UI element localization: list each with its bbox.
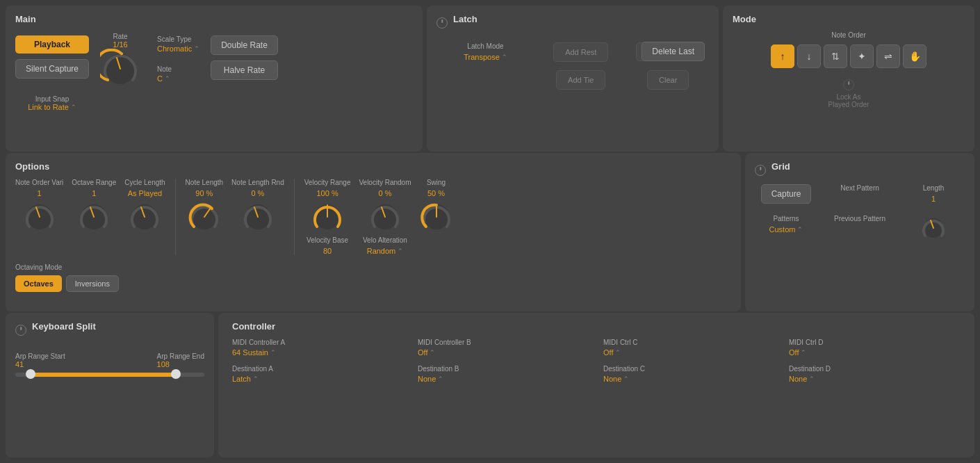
- middle-row: Options Note Order Vari 1: [6, 153, 974, 311]
- top-row: Main Playback Silent Capture Input Snap …: [6, 6, 974, 152]
- inversions-button[interactable]: Inversions: [66, 275, 119, 292]
- capture-button[interactable]: Capture: [761, 184, 812, 204]
- velocity-random-knob[interactable]: [368, 200, 402, 234]
- rate-value: 1/16: [113, 40, 127, 49]
- midi-a-value[interactable]: 64 Sustain ⌃: [232, 348, 404, 357]
- midi-a-item: MIDI Controller A 64 Sustain ⌃: [232, 339, 404, 357]
- cycle-length-group: Cycle Length As Played: [124, 179, 165, 234]
- octaves-button[interactable]: Octaves: [15, 275, 62, 292]
- keyboard-power-button[interactable]: [15, 325, 26, 336]
- note-order-hand-button[interactable]: ✋: [903, 44, 926, 68]
- keyboard-header: Keyboard Split: [15, 321, 204, 339]
- controller-title: Controller: [232, 321, 961, 332]
- note-value[interactable]: C ⌃: [157, 74, 199, 83]
- note-order-down-button[interactable]: ↓: [797, 44, 821, 68]
- delete-last-positioned: Delete Last: [642, 42, 705, 61]
- rate-knob[interactable]: [100, 49, 140, 89]
- playback-button[interactable]: Playback: [15, 35, 89, 54]
- velocity-random-group: Velocity Random 0 % Velo Alteration: [359, 179, 411, 255]
- note-order-buttons: ↑ ↓ ⇅ ✦ ⇌ ✋: [733, 44, 965, 68]
- velo-alteration-value[interactable]: Random: [367, 247, 396, 255]
- app-container: Main Playback Silent Capture Input Snap …: [0, 0, 980, 463]
- swing-knob[interactable]: [420, 200, 453, 234]
- halve-rate-button[interactable]: Halve Rate: [211, 60, 278, 80]
- velocity-range-group: Velocity Range 100 % Velocity Base 80: [304, 179, 351, 255]
- dest-a-value[interactable]: Latch ⌃: [232, 375, 404, 383]
- dest-a-item: Destination A Latch ⌃: [232, 365, 404, 383]
- dest-b-value[interactable]: None ⌃: [418, 375, 589, 383]
- dest-d-value[interactable]: None ⌃: [789, 375, 961, 383]
- slider-fill: [31, 373, 176, 377]
- cycle-length-knob[interactable]: [128, 200, 161, 234]
- input-snap-chevron-icon: ⌃: [71, 104, 76, 111]
- scale-type-value[interactable]: Chromatic ⌃: [157, 44, 199, 53]
- lock-played-power-button[interactable]: [843, 79, 854, 90]
- latch-mode-label: Latch Mode: [467, 42, 503, 50]
- note-order-random-button[interactable]: ⇌: [876, 44, 900, 68]
- midi-c-item: MIDI Ctrl C Off ⌃: [603, 339, 775, 357]
- double-rate-button[interactable]: Double Rate: [211, 35, 278, 55]
- midi-b-value[interactable]: Off ⌃: [418, 348, 589, 357]
- dest-c-label: Destination C: [603, 365, 775, 373]
- midi-d-item: MIDI Ctrl D Off ⌃: [789, 339, 961, 357]
- silent-capture-button[interactable]: Silent Capture: [15, 59, 89, 79]
- length-knob[interactable]: [920, 215, 947, 241]
- lock-played-label: Lock AsPlayed Order: [828, 93, 869, 108]
- range-slider-track[interactable]: [15, 373, 204, 377]
- midi-b-label: MIDI Controller B: [418, 339, 589, 346]
- latch-power-button[interactable]: [436, 17, 448, 29]
- lock-played-section: Lock AsPlayed Order: [733, 79, 965, 108]
- dest-c-item: Destination C None ⌃: [603, 365, 775, 383]
- add-rest-button[interactable]: Add Rest: [553, 42, 608, 62]
- note-length-rnd-knob[interactable]: [241, 200, 275, 234]
- note-order-label: Note Order: [733, 31, 965, 39]
- slider-section: Arp Range Start 41 Arp Range End 108: [15, 352, 204, 377]
- note-length-rnd-group: Note Length Rnd 0 %: [231, 179, 284, 234]
- delete-last-button[interactable]: Delete Last: [642, 42, 705, 61]
- clear-button[interactable]: Clear: [647, 70, 689, 90]
- grid-header: Grid: [755, 161, 965, 179]
- controller-grid: MIDI Controller A 64 Sustain ⌃ MIDI Cont…: [232, 339, 961, 383]
- grid-power-button[interactable]: [755, 165, 766, 176]
- mode-title: Mode: [733, 14, 965, 24]
- midi-c-value[interactable]: Off ⌃: [603, 348, 775, 357]
- velocity-random-value: 0 %: [378, 189, 391, 197]
- arp-end-value: 108: [157, 360, 204, 368]
- note-order-up-button[interactable]: ↑: [771, 44, 794, 68]
- velocity-range-knob[interactable]: [311, 200, 344, 234]
- patterns-value[interactable]: Custom: [769, 225, 796, 234]
- note-order-vari-label: Note Order Vari: [15, 179, 63, 186]
- input-snap-value[interactable]: Link to Rate ⌃: [15, 103, 89, 111]
- dest-b-item: Destination B None ⌃: [418, 365, 589, 383]
- options-panel: Options Note Order Vari 1: [6, 153, 741, 311]
- keyboard-title: Keyboard Split: [32, 321, 96, 332]
- latch-mode-value[interactable]: Transpose: [464, 53, 500, 61]
- add-tie-button[interactable]: Add Tie: [556, 70, 605, 90]
- velocity-random-label: Velocity Random: [359, 179, 411, 186]
- octave-range-knob[interactable]: [77, 200, 111, 234]
- note-order-star-button[interactable]: ✦: [850, 44, 874, 68]
- midi-a-label: MIDI Controller A: [232, 339, 404, 346]
- midi-d-value[interactable]: Off ⌃: [789, 348, 961, 357]
- scale-type-group: Scale Type Chromatic ⌃: [157, 35, 199, 53]
- slider-thumb-left[interactable]: [26, 369, 35, 379]
- dest-c-chevron-icon: ⌃: [623, 375, 629, 382]
- latch-title: Latch: [453, 14, 477, 24]
- latch-mode-chevron-icon: ⌃: [502, 54, 507, 60]
- octave-range-value: 1: [92, 189, 96, 197]
- length-value: 1: [931, 195, 936, 203]
- swing-group: Swing 50 %: [420, 179, 453, 255]
- midi-d-label: MIDI Ctrl D: [789, 339, 961, 346]
- grid-title: Grid: [771, 161, 790, 172]
- note-order-vari-knob[interactable]: [23, 200, 56, 234]
- octave-mode-buttons: Octaves Inversions: [15, 275, 731, 292]
- dest-c-value[interactable]: None ⌃: [603, 375, 775, 383]
- latch-panel: Latch Latch Mode Transpose ⌃ Add Rest Ad…: [427, 6, 719, 152]
- velo-alteration-label: Velo Alteration: [363, 236, 407, 244]
- middle-knobs: Note Length 90 % Note Length R: [186, 179, 284, 234]
- velo-alteration-row: Random ⌃: [367, 247, 404, 255]
- note-length-knob[interactable]: [188, 200, 221, 234]
- note-order-updown-button[interactable]: ⇅: [824, 44, 847, 68]
- velocity-knobs: Velocity Range 100 % Velocity Base 80: [304, 179, 453, 255]
- slider-thumb-right[interactable]: [171, 369, 181, 379]
